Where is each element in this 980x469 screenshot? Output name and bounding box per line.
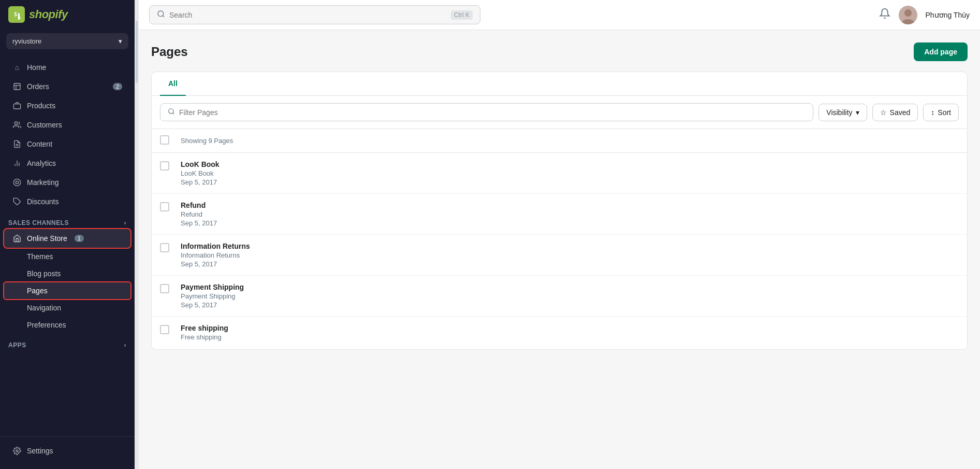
svg-line-19 (173, 113, 174, 115)
row-subtitle: Information Returns (181, 251, 959, 259)
pages-count: Showing 9 Pages (181, 137, 233, 145)
sidebar-item-products[interactable]: Products (4, 96, 130, 115)
sidebar-item-discounts[interactable]: Discounts (4, 192, 130, 211)
settings-icon (12, 446, 22, 456)
star-icon: ☆ (880, 108, 887, 117)
page-content: Pages Add page All (139, 30, 980, 469)
sidebar-item-customers[interactable]: Customers (4, 116, 130, 134)
table-row[interactable]: Payment Shipping Payment Shipping Sep 5,… (152, 276, 967, 317)
table-row[interactable]: Free shipping Free shipping (152, 317, 967, 349)
row-checkbox[interactable] (160, 325, 169, 334)
svg-point-12 (16, 450, 18, 452)
row-content: Free shipping Free shipping (181, 324, 959, 342)
store-name: ryviustore (12, 37, 41, 45)
sort-button[interactable]: ↕ Sort (923, 104, 959, 121)
orders-label: Orders (27, 82, 49, 91)
svg-point-18 (169, 109, 173, 113)
content-label: Content (27, 140, 52, 148)
svg-point-9 (13, 179, 20, 186)
row-content: Information Returns Information Returns … (181, 242, 959, 268)
orders-icon (12, 82, 22, 91)
row-date: Sep 5, 2017 (181, 178, 959, 186)
table-row[interactable]: Refund Refund Sep 5, 2017 (152, 194, 967, 235)
row-checkbox-col (160, 160, 181, 172)
filter-bar: Visibility ▾ ☆ Saved ↕ Sort (152, 96, 967, 129)
sales-channels-section: Sales channels › (0, 215, 135, 229)
sidebar-item-marketing[interactable]: Marketing (4, 173, 130, 192)
row-title: Refund (181, 201, 959, 209)
store-selector-arrow: ▾ (119, 37, 122, 45)
shopify-logo-text: shopify (29, 8, 68, 21)
customers-icon (12, 120, 22, 130)
sidebar-item-settings[interactable]: Settings (4, 442, 130, 460)
svg-rect-0 (14, 83, 20, 90)
store-icon (12, 234, 22, 243)
row-content: Refund Refund Sep 5, 2017 (181, 201, 959, 227)
svg-point-10 (16, 181, 18, 183)
discounts-label: Discounts (27, 197, 58, 206)
row-checkbox[interactable] (160, 243, 169, 252)
sidebar-sub-blog-posts[interactable]: Blog posts (4, 265, 130, 282)
sidebar-scroll-thumb (136, 21, 138, 83)
sort-arrows-icon: ↕ (931, 108, 934, 117)
sidebar-item-home[interactable]: ⌂ Home (4, 58, 130, 77)
settings-label: Settings (27, 447, 53, 455)
user-avatar[interactable] (899, 6, 917, 24)
sidebar-bottom: Settings (0, 436, 135, 469)
row-date: Sep 5, 2017 (181, 260, 959, 268)
analytics-label: Analytics (27, 159, 56, 167)
table-row[interactable]: LooK Book LooK Book Sep 5, 2017 (152, 153, 967, 194)
sales-channels-arrow[interactable]: › (124, 219, 127, 226)
pages-card: All Visibility ▾ (151, 72, 968, 350)
table-header: Showing 9 Pages (152, 129, 967, 153)
row-checkbox-col (160, 324, 181, 336)
orders-badge: 2 (113, 83, 122, 90)
sidebar-sub-themes[interactable]: Themes (4, 248, 130, 265)
sidebar-nav: ⌂ Home Orders 2 (0, 53, 135, 432)
customers-label: Customers (27, 121, 62, 129)
sidebar-item-online-store[interactable]: Online Store 1 (4, 229, 130, 248)
tabs-bar: All (152, 72, 967, 96)
filter-input-wrapper[interactable] (160, 103, 813, 121)
sidebar-scrollbar[interactable] (135, 0, 139, 469)
analytics-icon (12, 159, 22, 168)
row-subtitle: Payment Shipping (181, 292, 959, 300)
store-selector[interactable]: ryviustore ▾ (6, 33, 128, 49)
filter-search-icon (168, 108, 175, 117)
row-checkbox[interactable] (160, 284, 169, 293)
search-shortcut: Ctrl K (451, 10, 473, 20)
add-page-button[interactable]: Add page (914, 42, 968, 61)
visibility-button[interactable]: Visibility ▾ (818, 104, 867, 121)
notification-bell-icon[interactable] (879, 8, 890, 22)
marketing-label: Marketing (27, 178, 58, 187)
sidebar-item-content[interactable]: Content (4, 135, 130, 153)
saved-button[interactable]: ☆ Saved (872, 104, 918, 121)
page-header: Pages Add page (151, 42, 968, 61)
row-title: Information Returns (181, 242, 959, 250)
select-all-checkbox[interactable] (160, 135, 169, 145)
sidebar-item-analytics[interactable]: Analytics (4, 154, 130, 173)
online-store-label: Online Store (27, 234, 67, 243)
svg-point-16 (904, 9, 912, 17)
apps-arrow[interactable]: › (124, 342, 127, 349)
sidebar-sub-pages[interactable]: Pages (4, 282, 130, 299)
row-checkbox[interactable] (160, 161, 169, 170)
table-row[interactable]: Information Returns Information Returns … (152, 235, 967, 276)
row-checkbox-col (160, 201, 181, 213)
row-title: LooK Book (181, 160, 959, 168)
products-label: Products (27, 102, 55, 110)
row-checkbox[interactable] (160, 202, 169, 211)
search-input[interactable] (169, 11, 447, 19)
tab-all[interactable]: All (160, 72, 186, 96)
visibility-chevron-icon: ▾ (856, 108, 859, 117)
search-icon (157, 10, 165, 20)
sidebar-sub-navigation[interactable]: Navigation (4, 300, 130, 316)
shopify-logo: shopify (8, 6, 68, 23)
row-content: LooK Book LooK Book Sep 5, 2017 (181, 160, 959, 186)
svg-line-14 (163, 16, 164, 17)
filter-pages-input[interactable] (179, 108, 806, 117)
header-checkbox-col (160, 135, 181, 146)
sidebar-sub-preferences[interactable]: Preferences (4, 317, 130, 333)
sidebar-item-orders[interactable]: Orders 2 (4, 77, 130, 96)
search-bar[interactable]: Ctrl K (149, 5, 480, 24)
